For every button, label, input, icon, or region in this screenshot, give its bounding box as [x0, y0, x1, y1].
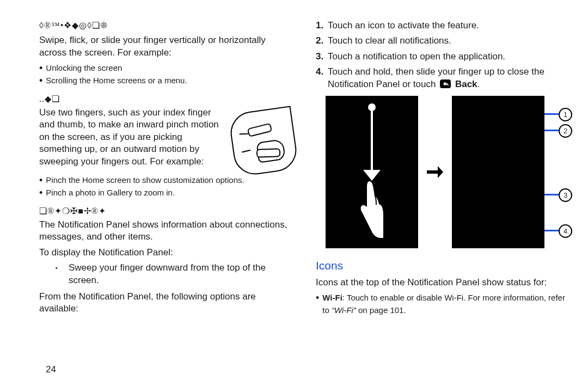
- icons-heading: Icons: [316, 258, 572, 273]
- step-2: 2.Touch to clear all notifications.: [316, 35, 572, 47]
- obscured-heading-3: ❏®✦❍✠■✢®✦: [39, 205, 295, 217]
- back-label: Back: [455, 79, 477, 89]
- callout-1: 1: [559, 108, 572, 121]
- step-1: 1.Touch an icon to activate the feature.: [316, 20, 572, 32]
- pointing-hand-icon: [354, 177, 389, 241]
- wifi-label: Wi-Fi: [322, 293, 342, 302]
- manual-page: ◊®™•❖◆◎◊❏❊ Swipe, flick, or slide your f…: [0, 0, 588, 392]
- pinch-bullets: Pinch the Home screen to show customizat…: [39, 174, 295, 200]
- left-column: ◊®™•❖◆◎◊❏❊ Swipe, flick, or slide your f…: [39, 20, 295, 321]
- swipe-down-arrow: [354, 103, 389, 241]
- notification-panel-figure: 1 2 3 4: [326, 96, 572, 248]
- swipe-bullets: Unlocking the screen Scrolling the Home …: [39, 62, 295, 88]
- list-item: Wi-Fi: Touch to enable or disable Wi-Fi.…: [316, 292, 572, 316]
- notification-panel-lead: To display the Notification Panel:: [39, 247, 295, 259]
- screen-after: [452, 96, 544, 248]
- obscured-heading-2: ..◆❏: [39, 93, 295, 105]
- pinch-gesture-illustration: [228, 106, 299, 177]
- callout-3: 3: [559, 188, 572, 202]
- screen-before: [326, 96, 418, 248]
- back-icon: [439, 79, 451, 89]
- right-column: 1.Touch an icon to activate the feature.…: [316, 20, 572, 321]
- icons-intro: Icons at the top of the Notification Pan…: [316, 277, 572, 289]
- obscured-heading-1: ◊®™•❖◆◎◊❏❊: [39, 20, 295, 31]
- notification-panel-step: Sweep your finger downward from the top …: [39, 262, 295, 286]
- icons-bullets: Wi-Fi: Touch to enable or disable Wi-Fi.…: [316, 292, 572, 316]
- list-item: Pinch the Home screen to show customizat…: [39, 174, 295, 187]
- list-item: Unlocking the screen: [39, 62, 295, 75]
- arrow-right-icon: [426, 164, 444, 180]
- callout-4: 4: [559, 224, 572, 238]
- list-item: Pinch a photo in Gallery to zoom in.: [39, 187, 295, 199]
- step-4: 4. Touch and hold, then slide your finge…: [316, 66, 572, 90]
- ordered-steps: 1.Touch an icon to activate the feature.…: [316, 20, 572, 90]
- page-number: 24: [46, 364, 56, 376]
- notification-panel-intro: The Notification Panel shows information…: [39, 219, 295, 243]
- callout-2: 2: [559, 124, 572, 138]
- swipe-intro: Swipe, flick, or slide your finger verti…: [39, 34, 295, 59]
- wifi-crossref: “Wi-Fi”: [332, 305, 356, 315]
- notification-panel-tail: From the Notification Panel, the followi…: [39, 291, 295, 315]
- step-3: 3.Touch a notification to open the appli…: [316, 51, 572, 63]
- pinch-intro: Use two fingers, such as your index fing…: [39, 107, 226, 168]
- list-item: Scrolling the Home screens or a menu.: [39, 75, 295, 87]
